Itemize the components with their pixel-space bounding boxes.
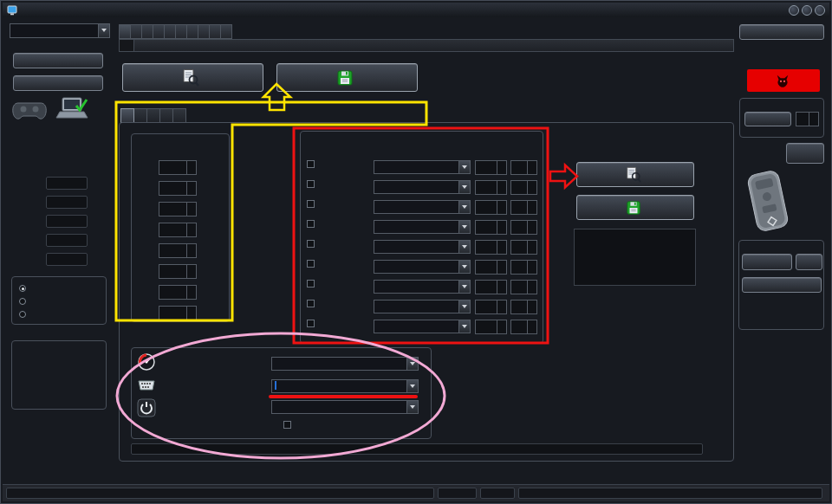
- dropdown-arrow-icon[interactable]: [458, 201, 470, 213]
- kl15-mode-select[interactable]: [271, 400, 419, 414]
- tab-turbotimer[interactable]: [153, 24, 165, 39]
- spinner-value[interactable]: [476, 281, 497, 294]
- param-ecu-select[interactable]: [374, 180, 471, 194]
- save-config-button[interactable]: [276, 63, 418, 92]
- radio-uart[interactable]: [19, 283, 29, 294]
- group-spinner[interactable]: [159, 285, 197, 300]
- spinner-value[interactable]: [476, 261, 497, 274]
- param-ecu-select[interactable]: [374, 240, 471, 254]
- tab-installer[interactable]: [198, 24, 210, 39]
- right-disconnect-button[interactable]: [739, 24, 824, 40]
- param-group-spinner[interactable]: [475, 260, 507, 275]
- param-number-spinner[interactable]: [510, 160, 537, 175]
- param-checkbox[interactable]: [307, 240, 315, 248]
- param-group-spinner[interactable]: [475, 300, 507, 314]
- param-ecu-select[interactable]: [374, 160, 471, 174]
- param-group-spinner[interactable]: [475, 280, 507, 294]
- analog-fuel-checkbox[interactable]: [283, 421, 291, 429]
- spinner-value[interactable]: [511, 201, 527, 214]
- spinner-value[interactable]: [511, 161, 527, 174]
- group-spinner[interactable]: [159, 306, 197, 320]
- param-checkbox[interactable]: [307, 300, 315, 307]
- dropdown-arrow-icon[interactable]: [458, 300, 470, 313]
- param-ecu-select[interactable]: [374, 300, 471, 313]
- spinner-value[interactable]: [511, 221, 527, 234]
- param-group-spinner[interactable]: [475, 220, 507, 235]
- param-number-spinner[interactable]: [510, 180, 537, 195]
- param-number-spinner[interactable]: [510, 280, 537, 294]
- group-spinner[interactable]: [159, 202, 197, 216]
- param-ecu-select[interactable]: [374, 320, 471, 333]
- spinner-value[interactable]: [476, 320, 497, 333]
- tab-screen-setup[interactable]: [131, 24, 142, 39]
- tab-pdc[interactable]: [414, 40, 428, 51]
- read-button[interactable]: [576, 162, 694, 187]
- spinner-value[interactable]: [159, 286, 186, 299]
- param-ecu-select[interactable]: [374, 220, 471, 234]
- minimize-button[interactable]: [789, 5, 799, 16]
- tab-imz-disk-image-loader[interactable]: [176, 24, 187, 39]
- tab-transmission[interactable]: [187, 24, 198, 39]
- dropdown-arrow-icon[interactable]: [458, 161, 470, 173]
- com-port-select[interactable]: [10, 23, 110, 38]
- spinner-value[interactable]: [476, 241, 497, 254]
- tab-desktop[interactable]: [165, 24, 176, 39]
- titlebar[interactable]: [3, 3, 829, 17]
- param-checkbox[interactable]: [307, 200, 315, 208]
- read-config-button[interactable]: [122, 63, 263, 92]
- fob-down-button[interactable]: [800, 205, 824, 231]
- group-spinner[interactable]: [159, 223, 197, 237]
- spinner-value[interactable]: [511, 281, 527, 294]
- close-button[interactable]: [815, 5, 825, 16]
- radio-wifi[interactable]: [19, 309, 29, 320]
- doors-count-spinner[interactable]: [796, 112, 819, 126]
- tab-extended[interactable]: [603, 40, 617, 51]
- spinner-value[interactable]: [511, 261, 527, 274]
- param-checkbox[interactable]: [307, 280, 315, 288]
- tab-extra-coding[interactable]: [142, 24, 153, 39]
- param-number-spinner[interactable]: [510, 300, 537, 314]
- right-connect-button[interactable]: [742, 277, 822, 293]
- param-group-spinner[interactable]: [475, 160, 507, 175]
- spinner-value[interactable]: [159, 244, 186, 257]
- dropdown-arrow-icon[interactable]: [458, 221, 470, 233]
- dropdown-arrow-icon[interactable]: [406, 401, 418, 413]
- spinner-value[interactable]: [476, 181, 497, 194]
- fob-up-button[interactable]: [800, 172, 824, 198]
- tab-pdc-park-assist[interactable]: [160, 108, 173, 123]
- save-button[interactable]: [576, 195, 694, 220]
- param-checkbox[interactable]: [307, 180, 315, 188]
- spinner-value[interactable]: [476, 161, 497, 174]
- param-number-spinner[interactable]: [510, 240, 537, 255]
- spinner-value[interactable]: [159, 203, 186, 216]
- group-spinner[interactable]: [159, 160, 197, 175]
- param-checkbox[interactable]: [307, 260, 315, 268]
- group-spinner[interactable]: [159, 181, 197, 196]
- param-ecu-select[interactable]: [374, 200, 471, 214]
- dropdown-arrow-icon[interactable]: [458, 281, 470, 293]
- spinner-value[interactable]: [159, 182, 186, 195]
- spinner-value[interactable]: [511, 320, 527, 333]
- spinner-value[interactable]: [159, 223, 186, 236]
- param-group-spinner[interactable]: [475, 320, 507, 334]
- dropdown-arrow-icon[interactable]: [458, 241, 470, 253]
- tab-ecu-motor[interactable]: [120, 108, 134, 123]
- spinner-value[interactable]: [159, 161, 186, 174]
- param-number-spinner[interactable]: [510, 200, 537, 215]
- param-number-spinner[interactable]: [510, 320, 537, 334]
- param-group-spinner[interactable]: [475, 180, 507, 195]
- param-number-spinner[interactable]: [510, 220, 537, 235]
- spinner-value[interactable]: [511, 241, 527, 254]
- param-number-spinner[interactable]: [510, 260, 537, 275]
- param-ecu-select[interactable]: [374, 280, 471, 294]
- maximize-button[interactable]: [802, 5, 812, 16]
- long-reset-button[interactable]: [742, 254, 792, 270]
- spinner-value[interactable]: [511, 181, 527, 194]
- disconnect-button[interactable]: [13, 75, 103, 91]
- tab-at[interactable]: [134, 108, 147, 123]
- radio-bluetooth[interactable]: [19, 296, 29, 307]
- dropdown-arrow-icon[interactable]: [458, 181, 470, 193]
- connect-button[interactable]: [13, 53, 103, 68]
- spinner-value[interactable]: [476, 221, 497, 234]
- diag-mode-select[interactable]: [271, 379, 419, 393]
